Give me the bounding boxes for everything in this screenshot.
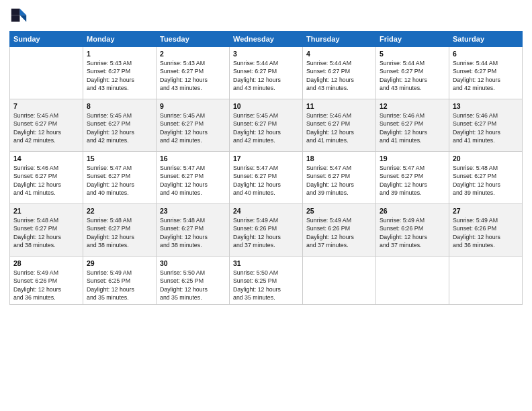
day-info: Sunrise: 5:49 AMSunset: 6:26 PMDaylight:…	[453, 216, 519, 249]
weekday-header-tuesday: Tuesday	[157, 32, 230, 47]
calendar-cell: 11Sunrise: 5:46 AMSunset: 6:27 PMDayligh…	[303, 99, 376, 152]
calendar-cell: 31Sunrise: 5:50 AMSunset: 6:25 PMDayligh…	[230, 257, 303, 305]
calendar-cell: 2Sunrise: 5:43 AMSunset: 6:27 PMDaylight…	[157, 47, 230, 99]
day-number: 17	[233, 154, 299, 163]
calendar-cell: 24Sunrise: 5:49 AMSunset: 6:26 PMDayligh…	[230, 204, 303, 257]
svg-rect-3	[11, 15, 20, 22]
day-number: 6	[453, 50, 519, 58]
weekday-header-thursday: Thursday	[303, 32, 376, 47]
day-info: Sunrise: 5:47 AMSunset: 6:27 PMDaylight:…	[160, 164, 226, 197]
day-info: Sunrise: 5:46 AMSunset: 6:27 PMDaylight:…	[453, 111, 519, 144]
calendar-cell	[449, 257, 523, 305]
week-row-3: 21Sunrise: 5:48 AMSunset: 6:27 PMDayligh…	[10, 204, 523, 257]
day-number: 8	[87, 102, 152, 110]
day-number: 29	[87, 259, 152, 267]
day-info: Sunrise: 5:49 AMSunset: 6:25 PMDaylight:…	[87, 269, 152, 302]
calendar-cell: 17Sunrise: 5:47 AMSunset: 6:27 PMDayligh…	[230, 152, 303, 204]
calendar-cell	[10, 47, 83, 99]
day-info: Sunrise: 5:45 AMSunset: 6:27 PMDaylight:…	[233, 111, 299, 144]
day-number: 11	[306, 102, 372, 110]
calendar-cell: 18Sunrise: 5:47 AMSunset: 6:27 PMDayligh…	[303, 152, 376, 204]
day-number: 23	[160, 207, 226, 215]
day-info: Sunrise: 5:46 AMSunset: 6:27 PMDaylight:…	[380, 111, 445, 144]
day-info: Sunrise: 5:47 AMSunset: 6:27 PMDaylight:…	[233, 164, 299, 197]
day-number: 25	[306, 207, 372, 215]
week-row-1: 7Sunrise: 5:45 AMSunset: 6:27 PMDaylight…	[10, 99, 523, 152]
day-number: 13	[453, 102, 519, 110]
calendar-cell: 19Sunrise: 5:47 AMSunset: 6:27 PMDayligh…	[376, 152, 449, 204]
calendar-cell: 20Sunrise: 5:48 AMSunset: 6:27 PMDayligh…	[449, 152, 523, 204]
svg-marker-0	[19, 9, 26, 15]
day-number: 21	[13, 207, 79, 215]
day-number: 7	[13, 102, 79, 110]
day-number: 27	[453, 207, 519, 215]
day-number: 9	[160, 102, 226, 110]
day-info: Sunrise: 5:48 AMSunset: 6:27 PMDaylight:…	[87, 216, 152, 249]
day-number: 12	[380, 102, 445, 110]
day-number: 15	[87, 154, 152, 163]
calendar-cell: 13Sunrise: 5:46 AMSunset: 6:27 PMDayligh…	[449, 99, 523, 152]
weekday-header-friday: Friday	[376, 32, 449, 47]
week-row-0: 1Sunrise: 5:43 AMSunset: 6:27 PMDaylight…	[10, 47, 523, 99]
day-info: Sunrise: 5:49 AMSunset: 6:26 PMDaylight:…	[233, 216, 299, 249]
day-info: Sunrise: 5:44 AMSunset: 6:27 PMDaylight:…	[380, 59, 445, 92]
day-info: Sunrise: 5:49 AMSunset: 6:26 PMDaylight:…	[306, 216, 372, 249]
calendar-body: 1Sunrise: 5:43 AMSunset: 6:27 PMDaylight…	[10, 47, 523, 305]
day-number: 10	[233, 102, 299, 110]
day-info: Sunrise: 5:44 AMSunset: 6:27 PMDaylight:…	[306, 59, 372, 92]
day-number: 22	[87, 207, 152, 215]
calendar-cell: 21Sunrise: 5:48 AMSunset: 6:27 PMDayligh…	[10, 204, 83, 257]
calendar-cell: 25Sunrise: 5:49 AMSunset: 6:26 PMDayligh…	[303, 204, 376, 257]
day-number: 28	[13, 259, 79, 267]
weekday-header-row: SundayMondayTuesdayWednesdayThursdayFrid…	[10, 32, 523, 47]
day-number: 26	[380, 207, 445, 215]
calendar-cell: 1Sunrise: 5:43 AMSunset: 6:27 PMDaylight…	[83, 47, 157, 99]
calendar-cell: 4Sunrise: 5:44 AMSunset: 6:27 PMDaylight…	[303, 47, 376, 99]
calendar-cell: 5Sunrise: 5:44 AMSunset: 6:27 PMDaylight…	[376, 47, 449, 99]
day-info: Sunrise: 5:50 AMSunset: 6:25 PMDaylight:…	[160, 269, 226, 302]
weekday-header-saturday: Saturday	[449, 32, 523, 47]
day-number: 30	[160, 259, 226, 267]
day-number: 3	[233, 50, 299, 58]
day-number: 1	[87, 50, 152, 58]
svg-marker-1	[19, 15, 26, 22]
day-info: Sunrise: 5:47 AMSunset: 6:27 PMDaylight:…	[87, 164, 152, 197]
calendar-cell: 30Sunrise: 5:50 AMSunset: 6:25 PMDayligh…	[157, 257, 230, 305]
weekday-header-monday: Monday	[83, 32, 157, 47]
day-info: Sunrise: 5:43 AMSunset: 6:27 PMDaylight:…	[160, 59, 226, 92]
calendar-cell: 14Sunrise: 5:46 AMSunset: 6:27 PMDayligh…	[10, 152, 83, 204]
calendar-cell: 28Sunrise: 5:49 AMSunset: 6:26 PMDayligh…	[10, 257, 83, 305]
calendar-cell: 3Sunrise: 5:44 AMSunset: 6:27 PMDaylight…	[230, 47, 303, 99]
day-info: Sunrise: 5:48 AMSunset: 6:27 PMDaylight:…	[13, 216, 79, 249]
day-number: 24	[233, 207, 299, 215]
header	[9, 7, 523, 26]
day-number: 16	[160, 154, 226, 163]
weekday-header-wednesday: Wednesday	[230, 32, 303, 47]
day-info: Sunrise: 5:47 AMSunset: 6:27 PMDaylight:…	[380, 164, 445, 197]
week-row-2: 14Sunrise: 5:46 AMSunset: 6:27 PMDayligh…	[10, 152, 523, 204]
day-number: 2	[160, 50, 226, 58]
day-number: 14	[13, 154, 79, 163]
day-info: Sunrise: 5:49 AMSunset: 6:26 PMDaylight:…	[380, 216, 445, 249]
day-info: Sunrise: 5:49 AMSunset: 6:26 PMDaylight:…	[13, 269, 79, 302]
calendar-cell	[303, 257, 376, 305]
day-info: Sunrise: 5:48 AMSunset: 6:27 PMDaylight:…	[453, 164, 519, 197]
calendar-cell: 27Sunrise: 5:49 AMSunset: 6:26 PMDayligh…	[449, 204, 523, 257]
calendar-cell: 16Sunrise: 5:47 AMSunset: 6:27 PMDayligh…	[157, 152, 230, 204]
day-info: Sunrise: 5:44 AMSunset: 6:27 PMDaylight:…	[233, 59, 299, 92]
day-number: 4	[306, 50, 372, 58]
day-info: Sunrise: 5:46 AMSunset: 6:27 PMDaylight:…	[13, 164, 79, 197]
calendar-cell: 10Sunrise: 5:45 AMSunset: 6:27 PMDayligh…	[230, 99, 303, 152]
day-number: 31	[233, 259, 299, 267]
day-info: Sunrise: 5:45 AMSunset: 6:27 PMDaylight:…	[87, 111, 152, 144]
calendar-cell: 12Sunrise: 5:46 AMSunset: 6:27 PMDayligh…	[376, 99, 449, 152]
calendar-cell: 29Sunrise: 5:49 AMSunset: 6:25 PMDayligh…	[83, 257, 157, 305]
day-info: Sunrise: 5:45 AMSunset: 6:27 PMDaylight:…	[13, 111, 79, 144]
calendar-cell: 9Sunrise: 5:45 AMSunset: 6:27 PMDaylight…	[157, 99, 230, 152]
day-info: Sunrise: 5:47 AMSunset: 6:27 PMDaylight:…	[306, 164, 372, 197]
day-number: 19	[380, 154, 445, 163]
logo	[9, 7, 31, 26]
day-number: 18	[306, 154, 372, 163]
day-info: Sunrise: 5:48 AMSunset: 6:27 PMDaylight:…	[160, 216, 226, 249]
calendar-cell: 23Sunrise: 5:48 AMSunset: 6:27 PMDayligh…	[157, 204, 230, 257]
